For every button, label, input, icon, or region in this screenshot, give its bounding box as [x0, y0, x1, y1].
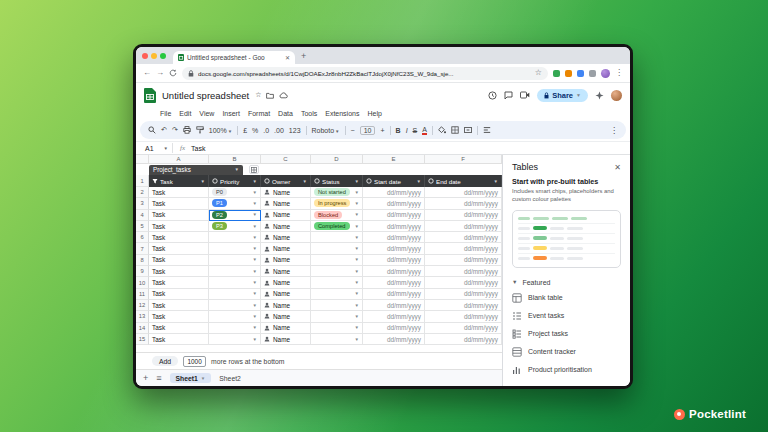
- cell-status[interactable]: In progress▼: [311, 198, 363, 209]
- header-end-date[interactable]: End date▼: [425, 175, 502, 187]
- extension-icon[interactable]: [553, 70, 560, 77]
- cell-status[interactable]: Blocked▼: [311, 210, 363, 221]
- cell-start-date[interactable]: dd/mm/yyyy: [363, 311, 425, 322]
- dropdown-icon[interactable]: ▼: [355, 280, 359, 285]
- table-preview-card[interactable]: [512, 210, 621, 268]
- panel-item-event-tasks[interactable]: Event tasks: [503, 307, 630, 325]
- dropdown-icon[interactable]: ▼: [355, 257, 359, 262]
- cell-owner[interactable]: Name: [261, 232, 311, 243]
- row-number[interactable]: 3: [136, 198, 149, 209]
- chevron-down-icon[interactable]: ▼: [303, 179, 307, 184]
- cell-owner[interactable]: Name: [261, 289, 311, 300]
- menu-edit[interactable]: Edit: [179, 110, 191, 117]
- row-number[interactable]: 6: [136, 232, 149, 243]
- cell-start-date[interactable]: dd/mm/yyyy: [363, 243, 425, 254]
- dropdown-icon[interactable]: ▼: [355, 190, 359, 195]
- cell-priority[interactable]: ▼: [209, 323, 261, 334]
- chevron-down-icon[interactable]: ▼: [355, 179, 359, 184]
- cell-priority[interactable]: ▼: [209, 311, 261, 322]
- dropdown-icon[interactable]: ▼: [253, 337, 257, 342]
- cell-priority[interactable]: ▼: [209, 277, 261, 288]
- close-panel-icon[interactable]: ✕: [614, 163, 621, 172]
- text-color-button[interactable]: A: [422, 126, 427, 135]
- site-info-icon[interactable]: [188, 70, 194, 77]
- version-history-icon[interactable]: [488, 91, 497, 100]
- cell-owner[interactable]: Name: [261, 243, 311, 254]
- cell-end-date[interactable]: dd/mm/yyyy: [425, 221, 502, 232]
- percent-format-button[interactable]: %: [252, 127, 258, 134]
- cell-end-date[interactable]: dd/mm/yyyy: [425, 232, 502, 243]
- row-number[interactable]: 7: [136, 243, 149, 254]
- cell-task[interactable]: Task: [149, 300, 209, 311]
- zoom-select[interactable]: 100%▼: [209, 127, 232, 134]
- dropdown-icon[interactable]: ▼: [253, 280, 257, 285]
- cell-task[interactable]: Task: [149, 221, 209, 232]
- cell-start-date[interactable]: dd/mm/yyyy: [363, 277, 425, 288]
- row-number[interactable]: 10: [136, 277, 149, 288]
- dropdown-icon[interactable]: ▼: [355, 337, 359, 342]
- dropdown-icon[interactable]: ▼: [355, 235, 359, 240]
- dropdown-icon[interactable]: ▼: [355, 201, 359, 206]
- cell-status[interactable]: Completed▼: [311, 221, 363, 232]
- decrease-decimals-button[interactable]: .0: [263, 127, 269, 134]
- cell-priority[interactable]: ▼: [209, 334, 261, 345]
- extensions-puzzle-icon[interactable]: [589, 70, 596, 77]
- cell-end-date[interactable]: dd/mm/yyyy: [425, 323, 502, 334]
- column-header-c[interactable]: C: [261, 155, 311, 164]
- cell-status[interactable]: ▼: [311, 232, 363, 243]
- column-header-d[interactable]: D: [311, 155, 363, 164]
- dropdown-icon[interactable]: ▼: [253, 314, 257, 319]
- cell-owner[interactable]: Name: [261, 334, 311, 345]
- cell-task[interactable]: Task: [149, 277, 209, 288]
- dropdown-icon[interactable]: ▼: [253, 212, 257, 217]
- gemini-sparkle-icon[interactable]: [595, 91, 604, 100]
- cell-priority[interactable]: ▼: [209, 289, 261, 300]
- cell-priority[interactable]: ▼: [209, 255, 261, 266]
- cell-task[interactable]: Task: [149, 323, 209, 334]
- cell-priority[interactable]: P3▼: [209, 221, 261, 232]
- decrease-font-size-button[interactable]: −: [351, 127, 355, 134]
- row-number[interactable]: 15: [136, 334, 149, 345]
- dropdown-icon[interactable]: ▼: [253, 291, 257, 296]
- dropdown-icon[interactable]: ▼: [355, 291, 359, 296]
- dropdown-icon[interactable]: ▼: [253, 190, 257, 195]
- meet-camera-icon[interactable]: [520, 91, 530, 99]
- dropdown-icon[interactable]: ▼: [253, 201, 257, 206]
- chevron-down-icon[interactable]: ▼: [253, 179, 257, 184]
- cell-priority[interactable]: ▼: [209, 300, 261, 311]
- cell-start-date[interactable]: dd/mm/yyyy: [363, 323, 425, 334]
- cell-owner[interactable]: Name: [261, 221, 311, 232]
- header-task[interactable]: Task▼: [149, 175, 209, 187]
- comment-icon[interactable]: [504, 91, 513, 100]
- header-priority[interactable]: Priority▼: [209, 175, 261, 187]
- row-number[interactable]: 11: [136, 289, 149, 300]
- table-name-chip[interactable]: Project_tasks▼: [149, 165, 243, 175]
- maximize-window-icon[interactable]: [160, 53, 166, 59]
- cell-task[interactable]: Task: [149, 232, 209, 243]
- dropdown-icon[interactable]: ▼: [253, 224, 257, 229]
- cell-priority[interactable]: ▼: [209, 243, 261, 254]
- cell-status[interactable]: ▼: [311, 311, 363, 322]
- cell-owner[interactable]: Name: [261, 323, 311, 334]
- strikethrough-button[interactable]: S: [413, 127, 418, 134]
- font-select[interactable]: Roboto▼: [312, 127, 340, 134]
- close-tab-icon[interactable]: ✕: [285, 54, 290, 61]
- cell-task[interactable]: Task: [149, 187, 209, 198]
- menu-data[interactable]: Data: [278, 110, 293, 117]
- merge-cells-icon[interactable]: [464, 126, 472, 134]
- cell-owner[interactable]: Name: [261, 210, 311, 221]
- menu-format[interactable]: Format: [248, 110, 270, 117]
- sheet-tab[interactable]: Sheet2: [219, 375, 241, 382]
- cell-task[interactable]: Task: [149, 311, 209, 322]
- cell-owner[interactable]: Name: [261, 266, 311, 277]
- extension-icon[interactable]: [565, 70, 572, 77]
- cell-status[interactable]: ▼: [311, 289, 363, 300]
- column-header-b[interactable]: B: [209, 155, 261, 164]
- cell-owner[interactable]: Name: [261, 255, 311, 266]
- row-number[interactable]: 12: [136, 300, 149, 311]
- dropdown-icon[interactable]: ▼: [253, 269, 257, 274]
- dropdown-icon[interactable]: ▼: [355, 314, 359, 319]
- print-icon[interactable]: [183, 126, 191, 134]
- horizontal-align-icon[interactable]: [483, 126, 491, 134]
- panel-item-blank-table[interactable]: Blank table: [503, 289, 630, 307]
